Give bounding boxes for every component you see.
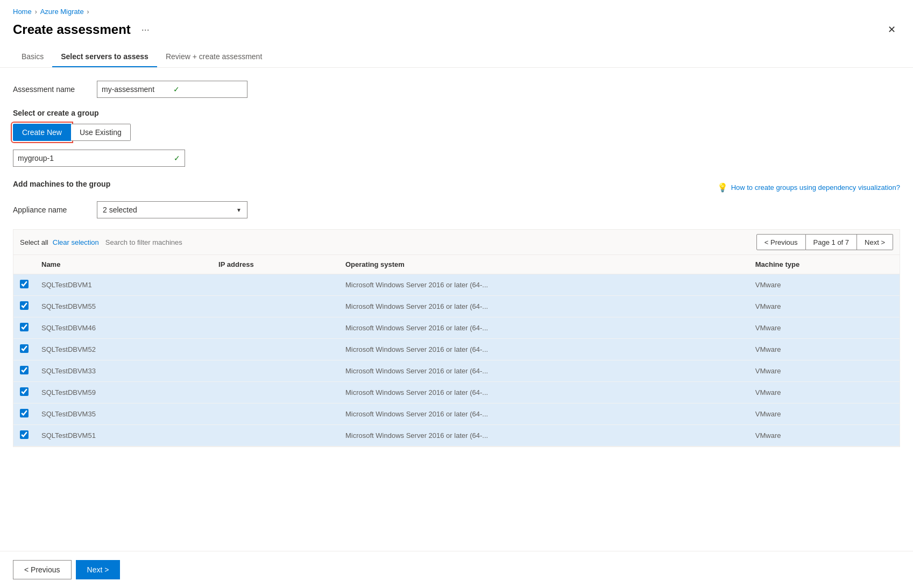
row-ip [212,274,339,296]
row-checkbox[interactable] [20,323,29,331]
assessment-name-input[interactable]: my-assessment ✓ [97,81,247,98]
row-type: VMware [749,382,900,403]
appliance-selected-text: 2 selected [103,206,137,214]
breadcrumb: Home › Azure Migrate › [0,0,913,19]
row-ip [212,360,339,382]
servers-table: Name IP address Operating system Machine… [13,254,900,447]
row-type: VMware [749,360,900,382]
col-type: Machine type [749,255,900,274]
add-machines-row: Add machines to the group 💡 How to creat… [13,180,900,195]
select-all-button[interactable]: Select all [20,238,48,246]
table-row: SQLTestDBVM1 Microsoft Windows Server 20… [13,274,900,296]
row-checkbox[interactable] [20,430,29,439]
row-os: Microsoft Windows Server 2016 or later (… [339,425,749,447]
row-checkbox-cell[interactable] [13,382,35,403]
row-type: VMware [749,339,900,360]
assessment-name-label: Assessment name [13,85,88,94]
table-header-row: Name IP address Operating system Machine… [13,255,900,274]
row-checkbox-cell[interactable] [13,425,35,447]
group-name-input-wrapper[interactable]: ✓ [13,150,185,167]
group-name-check-icon: ✓ [174,154,180,162]
row-os: Microsoft Windows Server 2016 or later (… [339,360,749,382]
more-options-button[interactable]: ··· [137,23,154,37]
row-os: Microsoft Windows Server 2016 or later (… [339,296,749,317]
row-name: SQLTestDBVM51 [35,425,212,447]
tab-select-servers[interactable]: Select servers to assess [52,47,157,67]
row-checkbox-cell[interactable] [13,274,35,296]
row-checkbox[interactable] [20,409,29,417]
breadcrumb-azure-migrate[interactable]: Azure Migrate [40,8,84,16]
row-checkbox[interactable] [20,387,29,396]
group-button-group: Create New Use Existing [13,124,900,141]
help-link[interactable]: 💡 How to create groups using dependency … [717,182,900,193]
row-os: Microsoft Windows Server 2016 or later (… [339,339,749,360]
bottom-previous-button[interactable]: < Previous [13,560,72,579]
row-checkbox[interactable] [20,280,29,288]
group-name-input[interactable] [18,154,174,162]
col-os: Operating system [339,255,749,274]
appliance-name-label: Appliance name [13,206,88,214]
table-row: SQLTestDBVM59 Microsoft Windows Server 2… [13,382,900,403]
row-name: SQLTestDBVM46 [35,317,212,339]
row-type: VMware [749,274,900,296]
row-os: Microsoft Windows Server 2016 or later (… [339,382,749,403]
row-checkbox[interactable] [20,344,29,353]
page-info: Page 1 of 7 [806,234,858,250]
previous-page-button[interactable]: < Previous [756,234,806,250]
chevron-down-icon: ▼ [236,207,242,213]
appliance-dropdown[interactable]: 2 selected ▼ [97,201,247,218]
row-checkbox[interactable] [20,366,29,374]
use-existing-button[interactable]: Use Existing [71,124,131,141]
row-ip [212,425,339,447]
table-row: SQLTestDBVM35 Microsoft Windows Server 2… [13,403,900,425]
row-ip [212,317,339,339]
row-type: VMware [749,317,900,339]
row-checkbox-cell[interactable] [13,296,35,317]
bottom-next-button[interactable]: Next > [76,560,121,579]
row-checkbox[interactable] [20,301,29,310]
create-new-button[interactable]: Create New [13,124,71,141]
row-name: SQLTestDBVM59 [35,382,212,403]
page-header: Create assessment ··· ✕ [0,19,913,47]
breadcrumb-sep-2: › [87,8,89,16]
tab-basics[interactable]: Basics [13,47,52,67]
breadcrumb-home[interactable]: Home [13,8,32,16]
row-checkbox-cell[interactable] [13,403,35,425]
col-ip: IP address [212,255,339,274]
table-row: SQLTestDBVM33 Microsoft Windows Server 2… [13,360,900,382]
row-ip [212,403,339,425]
row-type: VMware [749,425,900,447]
row-name: SQLTestDBVM55 [35,296,212,317]
table-row: SQLTestDBVM55 Microsoft Windows Server 2… [13,296,900,317]
assessment-name-row: Assessment name my-assessment ✓ [13,81,900,98]
row-checkbox-cell[interactable] [13,317,35,339]
table-row: SQLTestDBVM52 Microsoft Windows Server 2… [13,339,900,360]
row-checkbox-cell[interactable] [13,360,35,382]
row-ip [212,296,339,317]
assessment-name-value: my-assessment [102,85,171,94]
bulb-icon: 💡 [717,182,728,193]
row-ip [212,382,339,403]
clear-selection-button[interactable]: Clear selection [53,238,99,246]
add-machines-label: Add machines to the group [13,180,110,188]
col-checkbox [13,255,35,274]
assessment-name-check-icon: ✓ [173,85,243,94]
page-title: Create assessment [13,22,131,37]
group-section-label: Select or create a group [13,109,900,117]
row-name: SQLTestDBVM1 [35,274,212,296]
search-filter-input[interactable] [105,235,756,250]
tab-review[interactable]: Review + create assessment [157,47,271,67]
row-checkbox-cell[interactable] [13,339,35,360]
appliance-row: Appliance name 2 selected ▼ [13,201,900,218]
content-area: Assessment name my-assessment ✓ Select o… [0,68,913,490]
table-row: SQLTestDBVM46 Microsoft Windows Server 2… [13,317,900,339]
row-os: Microsoft Windows Server 2016 or later (… [339,274,749,296]
close-button[interactable]: ✕ [883,21,900,38]
next-page-button[interactable]: Next > [857,234,893,250]
help-link-text: How to create groups using dependency vi… [731,183,900,192]
row-name: SQLTestDBVM35 [35,403,212,425]
row-name: SQLTestDBVM52 [35,339,212,360]
col-name: Name [35,255,212,274]
tab-bar: Basics Select servers to assess Review +… [0,47,913,68]
table-toolbar: Select all Clear selection < Previous Pa… [13,229,900,254]
